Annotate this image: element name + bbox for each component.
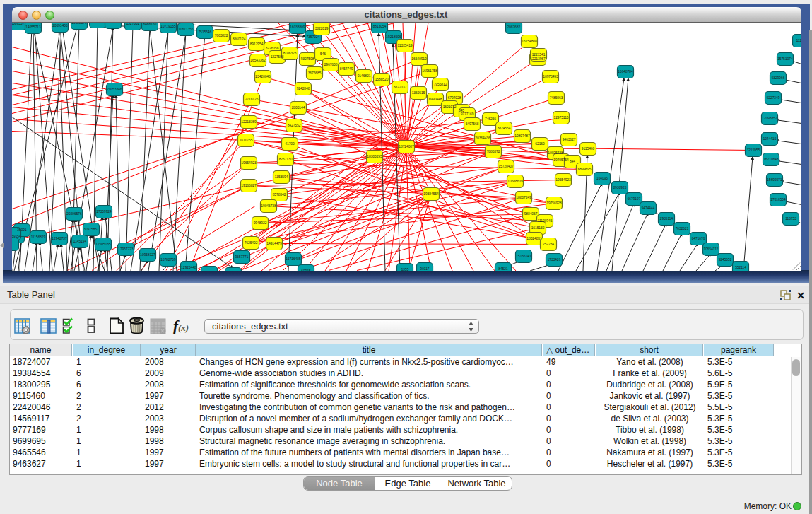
svg-text:1244415: 1244415	[763, 137, 777, 141]
svg-text:10654112: 10654112	[704, 247, 719, 251]
svg-text:19654923: 19654923	[241, 161, 257, 165]
svg-text:7632621: 7632621	[676, 227, 689, 230]
svg-text:1227508: 1227508	[271, 55, 284, 59]
svg-text:746266: 746266	[485, 117, 496, 121]
svg-text:2803144: 2803144	[292, 106, 305, 110]
svg-text:9242848: 9242848	[297, 87, 310, 90]
svg-text:6466160: 6466160	[143, 23, 157, 26]
svg-text:19495754: 19495754	[553, 158, 569, 162]
svg-text:12923448: 12923448	[181, 266, 196, 269]
svg-text:2087682: 2087682	[507, 25, 521, 29]
svg-text:19218506: 19218506	[386, 35, 401, 39]
svg-text:15751074: 15751074	[777, 57, 793, 61]
svg-text:30975857: 30975857	[83, 228, 99, 231]
svg-text:116753: 116753	[785, 217, 796, 221]
svg-text:19654923: 19654923	[555, 178, 571, 182]
svg-text:17359924: 17359924	[96, 210, 112, 214]
svg-text:3824554: 3824554	[498, 127, 511, 130]
svg-text:15136141: 15136141	[516, 255, 531, 258]
svg-text:8912954: 8912954	[250, 42, 264, 46]
svg-text:16543362: 16543362	[250, 59, 266, 62]
svg-text:90117: 90117	[420, 267, 430, 271]
svg-text:16640910: 16640910	[411, 57, 427, 61]
svg-text:10688609: 10688609	[507, 180, 523, 183]
svg-text:9227349: 9227349	[767, 96, 780, 100]
svg-text:6679197: 6679197	[628, 197, 641, 201]
svg-text:844: 844	[570, 160, 575, 163]
svg-text:16782759: 16782759	[160, 258, 176, 262]
svg-text:252234: 252234	[543, 243, 554, 246]
svg-text:2967608: 2967608	[324, 63, 338, 66]
svg-text:12942737: 12942737	[52, 237, 67, 240]
svg-text:7515546: 7515546	[199, 30, 212, 34]
svg-text:8578342: 8578342	[273, 193, 286, 197]
svg-text:1145194: 1145194	[73, 240, 87, 243]
svg-text:8427552: 8427552	[288, 124, 301, 127]
svg-text:29053346: 29053346	[107, 88, 122, 91]
svg-text:2935114: 2935114	[660, 217, 673, 221]
svg-text:12213369: 12213369	[241, 120, 257, 124]
svg-text:9115460: 9115460	[582, 147, 595, 151]
svg-text:20364436: 20364436	[475, 136, 490, 140]
svg-text:12975115: 12975115	[554, 116, 569, 119]
svg-text:1355: 1355	[401, 268, 409, 271]
svg-text:17957223: 17957223	[118, 247, 134, 251]
svg-text:1009557: 1009557	[12, 23, 25, 25]
svg-text:20691406: 20691406	[52, 24, 68, 28]
svg-text:1615132: 1615132	[531, 226, 545, 230]
svg-text:19384554: 19384554	[423, 192, 439, 196]
svg-text:3226058: 3226058	[266, 47, 279, 50]
svg-text:41700: 41700	[285, 142, 295, 146]
svg-text:11156829: 11156829	[31, 235, 46, 239]
svg-text:18724007: 18724007	[399, 145, 414, 148]
svg-text:16961758: 16961758	[422, 69, 437, 73]
svg-text:164095: 164095	[596, 177, 608, 180]
svg-text:11325419: 11325419	[398, 44, 413, 47]
svg-text:12213967: 12213967	[530, 57, 546, 61]
svg-text:16648784: 16648784	[618, 70, 633, 74]
svg-text:17016504: 17016504	[770, 198, 786, 201]
svg-text:9146821: 9146821	[358, 74, 371, 78]
svg-text:60945: 60945	[301, 269, 311, 271]
svg-text:19166827: 19166827	[241, 184, 257, 187]
svg-text:6899695: 6899695	[578, 168, 592, 171]
svg-text:19756928: 19756928	[546, 201, 562, 205]
svg-text:9245652: 9245652	[719, 258, 732, 262]
svg-text:16210643: 16210643	[763, 158, 779, 161]
svg-text:7625402: 7625402	[245, 241, 258, 245]
svg-text:1362615: 1362615	[412, 91, 425, 95]
svg-text:1527602: 1527602	[126, 23, 140, 25]
svg-text:7663822: 7663822	[215, 34, 228, 37]
svg-text:11120746: 11120746	[538, 219, 553, 223]
svg-text:16154808: 16154808	[522, 40, 537, 43]
svg-text:84521: 84521	[498, 267, 508, 271]
svg-text:10973493: 10973493	[543, 75, 558, 78]
svg-text:3675685: 3675685	[308, 71, 322, 75]
svg-text:10958127: 10958127	[140, 253, 155, 257]
svg-text:8938923: 8938923	[613, 186, 627, 189]
svg-text:16033725: 16033725	[90, 23, 105, 23]
svg-text:1588520: 1588520	[375, 78, 389, 81]
svg-text:1221541: 1221541	[532, 53, 546, 57]
svg-text:8186323: 8186323	[283, 52, 297, 55]
svg-text:10025438: 10025438	[548, 151, 563, 155]
svg-text:8454749: 8454749	[340, 67, 353, 71]
svg-text:9474444: 9474444	[642, 206, 655, 210]
svg-text:3822019: 3822019	[315, 27, 329, 30]
svg-text:9777169: 9777169	[461, 112, 474, 116]
svg-text:18524851: 18524851	[526, 237, 542, 240]
svg-text:19046738: 19046738	[261, 204, 276, 208]
svg-text:1353594: 1353594	[275, 175, 288, 179]
svg-text:39154: 39154	[12, 235, 21, 238]
svg-text:1610755: 1610755	[240, 139, 253, 142]
svg-text:2718126: 2718126	[245, 98, 259, 101]
svg-text:1621072: 1621072	[443, 105, 457, 109]
svg-text:8813054: 8813054	[373, 25, 387, 28]
svg-text:15692971: 15692971	[767, 178, 782, 182]
svg-text:8990448: 8990448	[429, 98, 442, 101]
svg-text:9884067: 9884067	[524, 212, 538, 216]
svg-text:16033809: 16033809	[290, 25, 305, 29]
svg-text:10671355: 10671355	[178, 28, 194, 31]
svg-text:9327508: 9327508	[301, 57, 314, 61]
svg-text:1733426: 1733426	[548, 258, 561, 262]
